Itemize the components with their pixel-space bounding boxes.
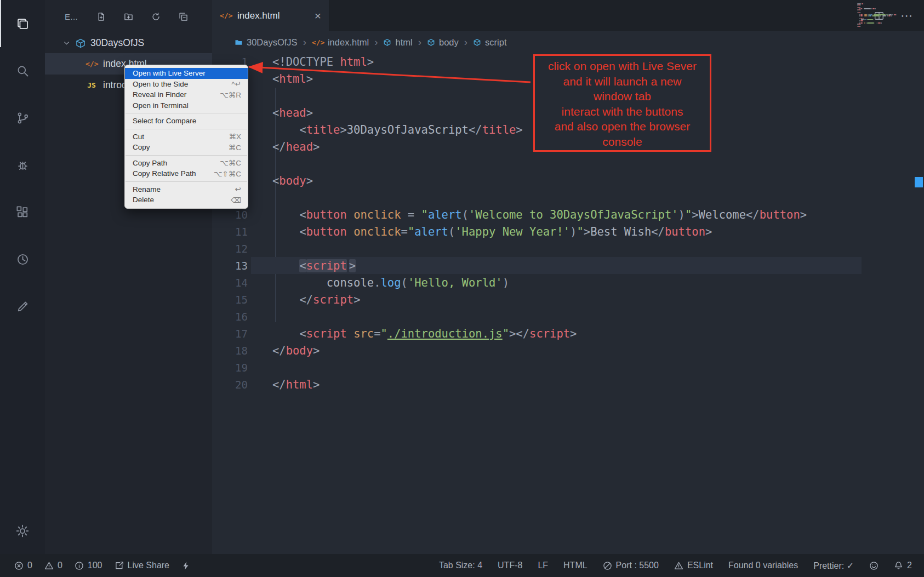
breadcrumb-separator: › <box>418 36 422 48</box>
menu-item-shortcut: ⌫ <box>231 196 241 204</box>
html-file-icon: </> <box>220 12 232 20</box>
status-label: Live Share <box>128 561 170 570</box>
annotation-line: console <box>535 134 710 150</box>
code-line-19[interactable]: 19 <box>212 359 924 376</box>
breadcrumb-label: script <box>485 37 506 48</box>
code-line-7[interactable]: 7 <box>212 155 924 172</box>
project-name: 30DaysOfJS <box>90 37 144 49</box>
context-menu: Open with Live ServerOpen to the Side^↵R… <box>124 65 248 209</box>
status-0[interactable]: 0 <box>14 561 32 570</box>
files-button[interactable] <box>0 0 45 47</box>
html-file-icon: </> <box>312 38 324 47</box>
line-number: 11 <box>212 226 248 238</box>
status-bar: 00100Live Share Tab Size: 4UTF-8LFHTMLPo… <box>0 554 924 577</box>
code-line-14[interactable]: 14 console.log('Hello, World') <box>212 274 924 291</box>
line-number: 10 <box>212 209 248 221</box>
code-text: <button onclick = "alert('Welcome to 30D… <box>248 208 807 221</box>
code-line-11[interactable]: 11 <button onclick="alert('Happy New Yea… <box>212 223 924 240</box>
status-label: 0 <box>27 561 32 570</box>
refresh-icon[interactable] <box>151 12 161 21</box>
status-html[interactable]: HTML <box>563 561 588 570</box>
menu-item-delete[interactable]: Delete⌫ <box>125 195 248 205</box>
status-utf-8[interactable]: UTF-8 <box>498 561 522 570</box>
code-line-10[interactable]: 10 <button onclick = "alert('Welcome to … <box>212 206 924 223</box>
status-label: 100 <box>88 561 102 570</box>
breadcrumb-item-30daysofjs[interactable]: 30DaysOfJS <box>235 37 298 48</box>
collapse-all-icon[interactable] <box>179 12 188 21</box>
menu-item-reveal-in-finder[interactable]: Reveal in Finder⌥⌘R <box>125 89 248 100</box>
breadcrumb-item-index-html[interactable]: </>index.html <box>312 37 369 48</box>
breadcrumb-separator: › <box>374 36 378 48</box>
code-line-20[interactable]: 20</html> <box>212 376 924 393</box>
status-found-0-variables[interactable]: Found 0 variables <box>728 561 798 570</box>
tab-label: index.html <box>237 10 280 21</box>
new-file-icon[interactable] <box>96 12 106 21</box>
status-port-5500[interactable]: Port : 5500 <box>603 561 659 570</box>
status-eslint[interactable]: ESLint <box>674 561 713 570</box>
code-line-15[interactable]: 15 </script> <box>212 291 924 308</box>
menu-item-open-to-the-side[interactable]: Open to the Side^↵ <box>125 79 248 90</box>
line-number: 18 <box>212 345 248 357</box>
project-row-30daysofjs[interactable]: 30DaysOfJS <box>45 33 212 53</box>
status-tab-size-4[interactable]: Tab Size: 4 <box>439 561 482 570</box>
menu-item-copy[interactable]: Copy⌘C <box>125 142 248 153</box>
menu-separator <box>126 113 247 113</box>
code-line-12[interactable]: 12 <box>212 240 924 257</box>
annotation-line: window tab <box>535 89 710 104</box>
menu-item-rename[interactable]: Rename↩ <box>125 184 248 195</box>
pen-button[interactable] <box>0 283 45 330</box>
folder-icon <box>235 38 243 47</box>
menu-item-cut[interactable]: Cut⌘X <box>125 132 248 142</box>
extensions-button[interactable] <box>0 188 45 236</box>
status-label: 2 <box>907 561 912 570</box>
code-line-13[interactable]: 13 <script> <box>212 257 924 274</box>
menu-item-copy-relative-path[interactable]: Copy Relative Path⌥⇧⌘C <box>125 168 248 179</box>
status-prettier[interactable]: Prettier: ✓ <box>813 561 854 571</box>
smiley-icon <box>869 561 879 570</box>
code-line-8[interactable]: 8<body> <box>212 172 924 189</box>
menu-item-copy-path[interactable]: Copy Path⌥⌘C <box>125 158 248 169</box>
status-100[interactable]: 100 <box>75 561 102 570</box>
minimap[interactable] <box>857 3 909 27</box>
status-label: UTF-8 <box>498 561 522 570</box>
debug-button[interactable] <box>0 141 45 188</box>
menu-item-open-with-live-server[interactable]: Open with Live Server <box>125 68 248 79</box>
line-number: 15 <box>212 294 248 306</box>
breadcrumb-item-html[interactable]: html <box>383 37 412 48</box>
status-label: Tab Size: 4 <box>439 561 482 570</box>
annotation-line: interact with the buttons <box>535 104 710 119</box>
menu-item-open-in-terminal[interactable]: Open in Terminal <box>125 100 248 111</box>
status-zap-icon[interactable] <box>181 561 191 570</box>
search-button[interactable] <box>0 47 45 94</box>
annotation-line: click on open with Live Sever <box>535 59 710 74</box>
tab-index-html[interactable]: </> index.html × <box>212 0 329 31</box>
status-live-share[interactable]: Live Share <box>115 561 170 570</box>
source-control-button[interactable] <box>0 94 45 141</box>
status-label: Found 0 variables <box>728 561 798 570</box>
status-0[interactable]: 0 <box>44 561 62 570</box>
status-lf[interactable]: LF <box>538 561 548 570</box>
status-label: ESLint <box>687 561 713 570</box>
code-line-17[interactable]: 17 <script src="./introduction.js"></scr… <box>212 325 924 342</box>
breadcrumb-label: 30DaysOfJS <box>247 37 298 48</box>
new-folder-icon[interactable] <box>124 12 133 21</box>
annotation-line: and also open the browser <box>535 119 710 134</box>
source-control-icon <box>15 111 30 125</box>
status-smiley-icon[interactable] <box>869 561 879 570</box>
code-line-18[interactable]: 18</body> <box>212 342 924 359</box>
annotation-box: click on open with Live Severand it will… <box>533 54 711 152</box>
activity-bar <box>0 0 45 554</box>
menu-item-select-for-compare[interactable]: Select for Compare <box>125 116 248 127</box>
breadcrumb-item-script[interactable]: script <box>473 37 506 48</box>
warning-icon <box>44 561 54 570</box>
close-icon[interactable]: × <box>315 10 321 21</box>
zap-icon <box>181 561 191 570</box>
breadcrumb-item-body[interactable]: body <box>427 37 459 48</box>
code-line-16[interactable]: 16 <box>212 308 924 325</box>
status-label: HTML <box>563 561 588 570</box>
code-line-9[interactable]: 9 <box>212 189 924 206</box>
status-2[interactable]: 2 <box>894 561 912 570</box>
clock-button[interactable] <box>0 236 45 283</box>
bell-icon <box>894 561 903 570</box>
settings-button[interactable] <box>0 518 45 544</box>
